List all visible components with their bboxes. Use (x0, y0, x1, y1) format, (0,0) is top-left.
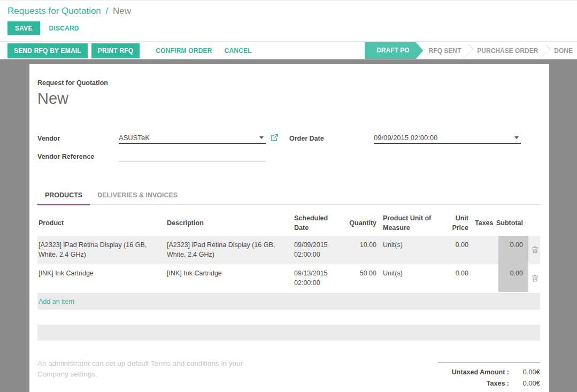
delete-row-button[interactable] (528, 264, 540, 292)
table-header-row: Product Description Scheduled Date Quant… (37, 208, 540, 236)
totals-summary: Untaxed Amount : 0.00€ Taxes : 0.00€ Tot… (438, 363, 540, 392)
col-description: Description (166, 208, 293, 236)
cell-scheduled-date[interactable]: 09/13/2015 02:00:00 (293, 264, 349, 292)
discard-button[interactable]: DISCARD (49, 25, 79, 32)
record-title: New (37, 90, 540, 107)
breadcrumb-section-link[interactable]: Requests for Quotation (7, 6, 101, 16)
cell-unit-price[interactable]: 0.00 (442, 236, 474, 264)
record-type-label: Request for Quotation (37, 79, 540, 87)
stage-draft-po[interactable]: DRAFT PO (365, 42, 423, 59)
cell-unit-price[interactable]: 0.00 (442, 264, 474, 292)
stage-done[interactable]: DONE (554, 47, 573, 55)
save-button[interactable]: SAVE (7, 21, 40, 35)
vendor-input[interactable] (119, 133, 266, 144)
terms-and-conditions-textarea[interactable] (37, 358, 265, 392)
taxes-label: Taxes : (438, 380, 509, 387)
untaxed-amount-value: 0.00€ (509, 368, 540, 376)
send-rfq-by-email-button[interactable]: SEND RFQ BY EMAIL (7, 43, 88, 58)
col-actions (528, 208, 540, 236)
cell-quantity[interactable]: 50.00 (349, 264, 382, 292)
add-item-row[interactable]: Add an item (37, 293, 540, 310)
stage-rfq-sent[interactable]: RFQ SENT (429, 47, 461, 55)
cell-scheduled-date[interactable]: 09/09/2015 02:00:00 (293, 236, 349, 264)
table-row[interactable]: [A2323] iPad Retina Display (16 GB, Whit… (37, 236, 540, 264)
stage-purchase-order[interactable]: PURCHASE ORDER (477, 47, 538, 55)
cell-uom[interactable]: Unit(s) (382, 236, 442, 264)
col-subtotal: Subtotal (498, 208, 528, 236)
col-taxes: Taxes (474, 208, 498, 236)
cancel-button[interactable]: CANCEL (225, 47, 252, 55)
cell-subtotal: 0.00 (498, 236, 528, 264)
cell-taxes[interactable] (474, 236, 498, 264)
col-scheduled-date: Scheduled Date (293, 208, 349, 236)
field-group: Vendor (37, 133, 540, 169)
chevron-right-icon (538, 45, 550, 57)
tab-products[interactable]: PRODUCTS (37, 187, 90, 205)
chevron-right-icon (461, 45, 473, 57)
breadcrumb-separator: / (106, 6, 109, 16)
delete-row-button[interactable] (528, 236, 540, 264)
trash-icon (532, 274, 538, 282)
vendor-reference-label: Vendor Reference (37, 153, 119, 162)
cell-subtotal: 0.00 (498, 264, 528, 292)
col-product: Product (37, 208, 166, 236)
order-date-input[interactable] (374, 133, 521, 144)
confirm-order-button[interactable]: CONFIRM ORDER (156, 47, 212, 55)
add-an-item-link[interactable]: Add an item (39, 298, 74, 305)
cell-description[interactable]: [A2323] iPad Retina Display (16 GB, Whit… (166, 236, 293, 264)
empty-section-bar (37, 325, 540, 341)
notebook-tabs: PRODUCTS DELIVERIES & INVOICES (37, 187, 540, 205)
dropdown-caret-icon[interactable] (259, 136, 264, 139)
page-header: Requests for Quotation / New SAVE DISCAR… (0, 0, 577, 41)
order-date-label: Order Date (289, 135, 374, 144)
order-lines-table: Product Description Scheduled Date Quant… (37, 208, 540, 310)
action-toolbar: SEND RFQ BY EMAIL PRINT RFQ CONFIRM ORDE… (0, 41, 577, 59)
col-unit-price: Unit Price (442, 208, 474, 236)
print-rfq-button[interactable]: PRINT RFQ (91, 43, 140, 58)
untaxed-amount-label: Untaxed Amount : (438, 368, 509, 376)
breadcrumb-current: New (113, 6, 131, 16)
col-quantity: Quantity (349, 208, 382, 236)
page-background: Request for Quotation New Vendor (0, 59, 577, 392)
table-row[interactable]: [INK] Ink Cartridge [INK] Ink Cartridge … (37, 264, 540, 292)
cell-description[interactable]: [INK] Ink Cartridge (166, 264, 293, 292)
statusbar: DRAFT PO RFQ SENT PURCHASE ORDER DONE (365, 42, 577, 59)
vendor-label: Vendor (37, 135, 119, 144)
cell-product[interactable]: [A2323] iPad Retina Display (16 GB, Whit… (37, 236, 166, 264)
tab-deliveries-invoices[interactable]: DELIVERIES & INVOICES (90, 187, 185, 204)
cell-product[interactable]: [INK] Ink Cartridge (37, 264, 166, 292)
trash-icon (532, 246, 538, 253)
vendor-reference-input[interactable] (119, 151, 266, 162)
form-sheet: Request for Quotation New Vendor (29, 64, 549, 392)
dropdown-caret-icon[interactable] (514, 136, 519, 139)
col-product-uom: Product Unit of Measure (382, 208, 442, 236)
taxes-value: 0.00€ (509, 379, 540, 387)
cell-uom[interactable]: Unit(s) (382, 264, 442, 292)
breadcrumb: Requests for Quotation / New (7, 6, 570, 17)
external-link-icon[interactable] (271, 134, 279, 142)
cell-quantity[interactable]: 10.00 (349, 236, 382, 264)
cell-taxes[interactable] (474, 264, 498, 292)
